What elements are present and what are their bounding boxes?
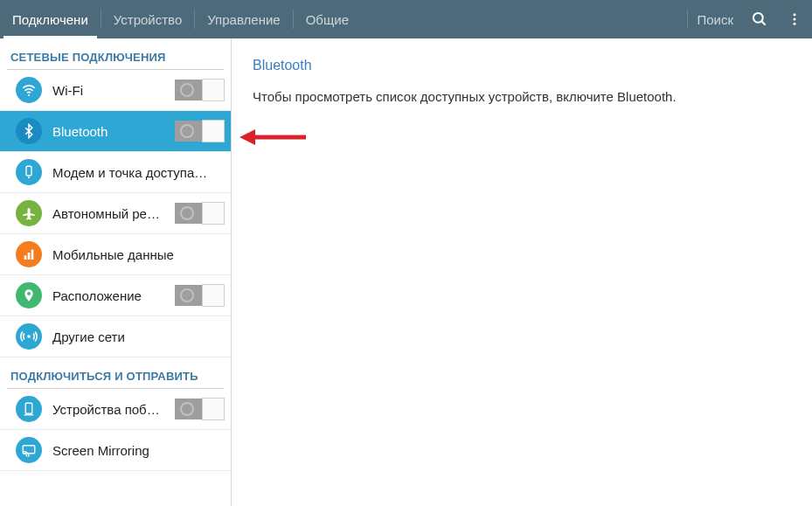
content-panel: Bluetooth Чтобы просмотреть список досту… (232, 38, 812, 506)
tab-label: Устройство (114, 12, 182, 27)
content-message: Чтобы просмотреть список доступных устро… (253, 89, 791, 104)
bluetooth-toggle[interactable] (175, 121, 224, 142)
sidebar-item-screen-mirroring[interactable]: Screen Mirroring (0, 430, 231, 471)
app-header: Подключени Устройство Управление Общие П… (0, 0, 812, 38)
more-icon[interactable] (777, 0, 812, 38)
tab-label: Подключени (12, 12, 88, 27)
sidebar-item-airplane[interactable]: Автономный ре… (0, 193, 231, 234)
wifi-toggle[interactable] (175, 80, 224, 101)
sidebar: СЕТЕВЫЕ ПОДКЛЮЧЕНИЯ Wi-Fi Bluetooth Моде… (0, 38, 232, 506)
sidebar-item-bluetooth[interactable]: Bluetooth (0, 111, 231, 152)
svg-rect-12 (25, 403, 32, 413)
other-networks-icon (16, 323, 42, 350)
sidebar-item-mobile-data[interactable]: Мобильные данные (0, 234, 231, 275)
svg-point-4 (794, 23, 796, 25)
tab-general[interactable]: Общие (294, 0, 361, 38)
section-header-network: СЕТЕВЫЕ ПОДКЛЮЧЕНИЯ (0, 38, 231, 69)
sidebar-item-label: Автономный ре… (52, 206, 175, 221)
sidebar-item-label: Другие сети (52, 329, 224, 344)
wifi-icon (16, 77, 42, 103)
sidebar-item-label: Wi-Fi (52, 83, 175, 98)
sidebar-item-nearby[interactable]: Устройства поб… (0, 389, 231, 430)
location-icon (16, 282, 42, 308)
svg-rect-9 (28, 253, 31, 260)
sidebar-item-label: Модем и точка доступа… (52, 165, 224, 180)
sidebar-item-label: Устройства поб… (52, 402, 175, 417)
location-toggle[interactable] (175, 285, 224, 306)
sidebar-item-label: Screen Mirroring (52, 443, 224, 458)
svg-rect-8 (24, 255, 27, 260)
main-area: СЕТЕВЫЕ ПОДКЛЮЧЕНИЯ Wi-Fi Bluetooth Моде… (0, 38, 812, 506)
sidebar-item-location[interactable]: Расположение (0, 275, 231, 316)
svg-rect-6 (26, 166, 31, 176)
sidebar-item-label: Bluetooth (52, 124, 175, 139)
svg-line-1 (762, 22, 766, 25)
sidebar-item-tethering[interactable]: Модем и точка доступа… (0, 152, 231, 193)
tab-label: Управление (207, 12, 280, 27)
sidebar-item-label: Мобильные данные (52, 247, 224, 262)
svg-rect-13 (23, 446, 35, 454)
nearby-devices-icon (16, 396, 42, 422)
mobile-data-icon (16, 241, 42, 267)
svg-point-2 (794, 13, 796, 16)
section-header-connect-send: ПОДКЛЮЧИТЬСЯ И ОТПРАВИТЬ (0, 357, 231, 388)
content-title: Bluetooth (253, 58, 791, 73)
nearby-toggle[interactable] (175, 399, 224, 419)
svg-point-0 (753, 13, 763, 23)
svg-rect-10 (31, 250, 34, 260)
airplane-icon (16, 200, 42, 226)
svg-point-7 (28, 177, 30, 178)
header-right: Поиск (687, 0, 812, 38)
tab-label: Общие (306, 12, 349, 27)
airplane-toggle[interactable] (175, 203, 224, 224)
svg-point-3 (794, 18, 796, 21)
tethering-icon (16, 159, 42, 185)
search-icon[interactable] (742, 0, 777, 38)
svg-point-11 (27, 335, 31, 338)
tab-control[interactable]: Управление (195, 0, 292, 38)
sidebar-item-label: Расположение (52, 288, 175, 303)
tab-device[interactable]: Устройство (101, 0, 194, 38)
bluetooth-icon (16, 118, 42, 144)
svg-point-5 (28, 94, 30, 96)
tab-connections[interactable]: Подключени (0, 0, 101, 38)
screen-mirroring-icon (16, 437, 42, 463)
sidebar-item-other-networks[interactable]: Другие сети (0, 316, 231, 357)
search-label[interactable]: Поиск (688, 12, 742, 27)
sidebar-item-wifi[interactable]: Wi-Fi (0, 70, 231, 111)
